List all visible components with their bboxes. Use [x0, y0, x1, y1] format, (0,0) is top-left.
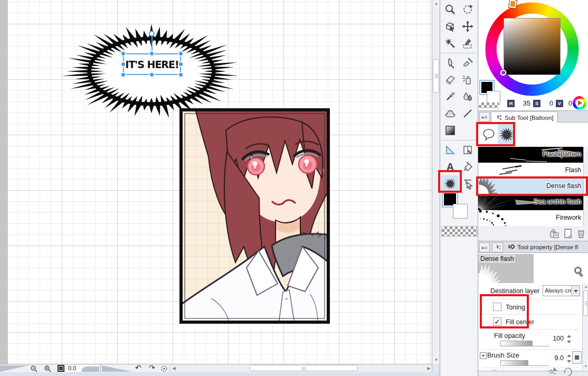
- subtool-list-scrollbar[interactable]: [583, 147, 588, 226]
- fill-center-checkbox[interactable]: ✓: [493, 317, 501, 326]
- figure-tool-icon[interactable]: [459, 105, 476, 122]
- text-tool-icon[interactable]: A: [441, 158, 459, 175]
- toning-checkbox[interactable]: [493, 303, 501, 311]
- reset-tool-icons[interactable]: [547, 366, 578, 376]
- handle-top-left[interactable]: [120, 51, 126, 57]
- fill-opacity-label: Fill opacity: [494, 332, 525, 340]
- sv-indicator[interactable]: [500, 70, 506, 76]
- fit-to-screen-icon[interactable]: [58, 365, 64, 372]
- subtool-tab-icon: [495, 114, 502, 121]
- tool-property-panel: ▸≡ Tool property [Dense fl Dense flash D…: [478, 241, 588, 376]
- vertical-scroll-thumb[interactable]: [433, 59, 439, 93]
- scroll-down-icon[interactable]: ▼: [583, 363, 588, 369]
- chevron-down-icon[interactable]: [571, 286, 580, 296]
- list-item-flash-pattern[interactable]: Flash pattern: [478, 147, 583, 163]
- panel-menu-icon[interactable]: ▸≡: [479, 112, 490, 122]
- saturation-value-square[interactable]: [504, 18, 561, 75]
- canvas-pasteboard[interactable]: IT'S HERE!: [0, 0, 432, 364]
- character-artwork[interactable]: [179, 108, 330, 324]
- transparent-color-swatch[interactable]: [441, 226, 477, 237]
- gradient-tool-icon[interactable]: [441, 122, 459, 139]
- expand-icon[interactable]: +: [480, 352, 487, 359]
- move-tool-icon[interactable]: [459, 18, 476, 35]
- hue-value: 35: [516, 99, 530, 107]
- hue-marker[interactable]: [509, 0, 517, 8]
- reset-rotation-icon[interactable]: [160, 364, 168, 372]
- scroll-down-icon[interactable]: ▼: [432, 356, 440, 364]
- saturation-value: 0: [538, 99, 553, 107]
- handle-top-center[interactable]: [149, 51, 155, 57]
- register-subtool-icon[interactable]: [549, 228, 560, 239]
- selection-pen-tool-icon[interactable]: [459, 35, 476, 52]
- rotation-slider-wedge[interactable]: [102, 365, 132, 372]
- fill-opacity-spinner[interactable]: [566, 335, 572, 343]
- zoom-out-icon[interactable]: [30, 364, 38, 372]
- sub-color-swatch[interactable]: [453, 204, 468, 219]
- scroll-up-icon[interactable]: ▲: [432, 0, 440, 7]
- handle-bottom-center[interactable]: [149, 72, 155, 78]
- zoom-tool-icon[interactable]: [441, 1, 459, 18]
- list-item-firework[interactable]: Firework: [478, 210, 583, 226]
- fill-tool-icon[interactable]: [459, 158, 476, 175]
- pen-tool-icon[interactable]: [441, 54, 459, 71]
- tool-property-tab-icon[interactable]: [492, 242, 503, 252]
- frame-border-tool-icon[interactable]: [459, 142, 476, 158]
- operation-tool-icon[interactable]: [441, 18, 459, 35]
- brush-size-slider[interactable]: [500, 360, 549, 366]
- rotate-right-icon[interactable]: ↷: [149, 363, 155, 372]
- fill-opacity-slider[interactable]: [500, 341, 549, 346]
- rotation-handle[interactable]: [149, 31, 155, 36]
- status-strip: [0, 372, 440, 376]
- ruler-tool-icon[interactable]: [441, 142, 459, 158]
- list-item-label: Flash pattern: [543, 151, 581, 158]
- subtool-panel-tab[interactable]: Sub Tool [Balloon]: [491, 111, 558, 123]
- list-item-flash[interactable]: Flash: [478, 163, 583, 178]
- subtool-list: Flash pattern Flash Dense flash Sea urch…: [478, 147, 583, 226]
- zoom-slider-wedge[interactable]: [0, 365, 29, 372]
- handle-mid-left[interactable]: [120, 61, 126, 67]
- panel-menu-icon[interactable]: ▸≡: [479, 242, 490, 252]
- eraser-tool-icon[interactable]: [441, 71, 459, 88]
- canvas-vertical-scrollbar[interactable]: ▲ ▼: [432, 0, 440, 364]
- handle-bottom-right[interactable]: [178, 72, 184, 78]
- handle-top-right[interactable]: [178, 51, 184, 57]
- color-mode-button[interactable]: [573, 96, 586, 110]
- brush-tool-icon[interactable]: [459, 54, 476, 71]
- rotate-left-icon[interactable]: ↶: [135, 363, 141, 372]
- flash-tool-icon[interactable]: [441, 175, 459, 192]
- rotation-value-field[interactable]: 0.0: [67, 365, 99, 372]
- destination-layer-label: Destination layer: [490, 287, 539, 295]
- airbrush-tool-icon[interactable]: [459, 71, 476, 88]
- magic-wand-tool-icon[interactable]: [441, 35, 459, 52]
- blend-tool-icon[interactable]: [459, 88, 476, 105]
- brush-size-spinner[interactable]: [566, 354, 572, 363]
- scroll-thumb[interactable]: [583, 290, 588, 316]
- handle-mid-right[interactable]: [178, 61, 184, 67]
- delete-subtool-icon[interactable]: [576, 228, 586, 239]
- list-item-sea-urchin-flash[interactable]: Sea urchin flash: [478, 194, 583, 210]
- scroll-left-icon[interactable]: ◀: [170, 364, 177, 372]
- eyedropper-tool-icon[interactable]: [441, 88, 459, 105]
- tool-property-body: Destination layer Always crea Toning ✓ F…: [478, 284, 582, 370]
- transparent-swatch-small[interactable]: [479, 102, 499, 108]
- balloon-group-icon[interactable]: [480, 124, 497, 145]
- scroll-up-icon[interactable]: ▲: [583, 284, 588, 289]
- rotate-tool-icon[interactable]: [459, 1, 476, 18]
- brush-size-dynamics-button[interactable]: [572, 351, 582, 364]
- horizontal-scroll-thumb[interactable]: [250, 365, 358, 371]
- create-subtool-icon[interactable]: [563, 228, 573, 239]
- zoom-in-icon[interactable]: [43, 364, 52, 372]
- wrench-icon[interactable]: [574, 266, 586, 279]
- canvas-horizontal-scrollbar[interactable]: ◀ ▶: [170, 364, 432, 372]
- handle-bottom-left[interactable]: [120, 72, 126, 78]
- subtool-panel: ▸≡ Sub Tool [Balloon] Flash pattern Flas…: [478, 110, 588, 241]
- subtool-panel-title: Sub Tool [Balloon]: [505, 115, 554, 121]
- correct-line-tool-icon[interactable]: [459, 175, 476, 192]
- flash-group-icon[interactable]: [498, 124, 515, 145]
- tool-property-scrollbar[interactable]: ▲ ▼: [582, 284, 588, 370]
- list-item-dense-flash[interactable]: Dense flash: [478, 178, 583, 194]
- subtool-footer: [478, 226, 588, 241]
- scrollbar-corner: [432, 364, 440, 372]
- destination-layer-dropdown[interactable]: Always crea: [543, 285, 580, 296]
- decoration-tool-icon[interactable]: [441, 105, 459, 122]
